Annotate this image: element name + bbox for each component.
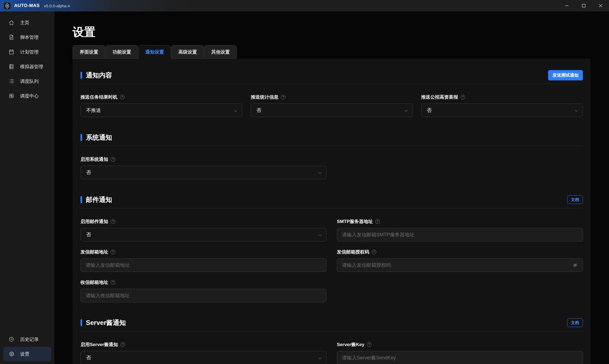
help-icon[interactable]: ? <box>372 250 376 254</box>
sidebar-item-emulators[interactable]: 模拟器管理 <box>3 59 51 74</box>
sidebar-item-dispatch[interactable]: 调度中心 <box>3 89 51 103</box>
main-content: 设置 界面设置 功能设置 通知设置 高级设置 其他设置 通知内容 发送测试通知 <box>54 11 609 364</box>
sender-email-input[interactable] <box>86 262 321 268</box>
select-value: 否 <box>86 354 91 361</box>
toggle-password-visibility-button[interactable] <box>573 263 578 268</box>
serverchan-docs-button[interactable]: 文档 <box>567 318 583 327</box>
help-icon[interactable]: ? <box>375 219 380 224</box>
select-value: 不推送 <box>86 107 101 114</box>
select-value: 否 <box>86 169 91 176</box>
sidebar-item-plans[interactable]: 计划管理 <box>3 45 51 59</box>
email-docs-button[interactable]: 文档 <box>567 195 583 204</box>
chevron-down-icon <box>404 108 408 112</box>
section-title: 系统通知 <box>86 133 112 142</box>
send-test-notification-button[interactable]: 发送测试通知 <box>548 70 583 80</box>
eye-off-icon <box>573 263 578 268</box>
section-accent-bar <box>80 319 82 326</box>
push-statistics-select[interactable]: 否 <box>251 103 412 117</box>
sidebar-item-settings[interactable]: 设置 <box>3 347 51 361</box>
window-controls <box>558 0 609 11</box>
tab-notification-settings[interactable]: 通知设置 <box>138 45 171 59</box>
script-icon <box>8 34 14 40</box>
field-sender-auth-code: 发信邮箱授权码 ? <box>337 249 583 272</box>
close-button[interactable] <box>592 0 609 11</box>
calendar-icon <box>8 49 14 55</box>
field-push-task-result-timing: 推送任务结果时机 ? 不推送 <box>80 94 242 117</box>
field-serverchan-key: Server酱Key ? <box>337 341 583 364</box>
tab-advanced-settings[interactable]: 高级设置 <box>171 45 204 59</box>
queue-icon <box>8 78 14 84</box>
maximize-button[interactable] <box>575 0 592 11</box>
history-icon <box>8 336 14 342</box>
field-label: 启用系统通知 <box>80 156 108 162</box>
section-title: 通知内容 <box>86 71 112 80</box>
sidebar-item-scripts[interactable]: 脚本管理 <box>3 30 51 44</box>
sidebar-item-history[interactable]: 历史记录 <box>3 332 51 346</box>
home-icon <box>8 20 14 26</box>
tab-function-settings[interactable]: 功能设置 <box>105 45 138 59</box>
close-icon <box>598 4 603 8</box>
field-push-recruit-report: 推送公招高资喜报 ? 否 <box>421 94 583 117</box>
sidebar-item-home[interactable]: 主页 <box>3 15 51 30</box>
field-label: 启用Server酱通知 <box>80 341 118 348</box>
sidebar-item-queue[interactable]: 调度队列 <box>3 74 51 88</box>
field-sender-email: 发信邮箱地址 ? <box>80 249 327 272</box>
sidebar-item-label: 历史记录 <box>20 336 39 343</box>
settings-tabs: 界面设置 功能设置 通知设置 高级设置 其他设置 <box>73 45 591 59</box>
enable-system-notify-select[interactable]: 否 <box>80 166 327 179</box>
sender-auth-code-input[interactable] <box>342 262 570 268</box>
section-title: 邮件通知 <box>86 195 112 204</box>
notification-settings-panel: 通知内容 发送测试通知 推送任务结果时机 ? 不推送 <box>73 59 591 364</box>
chevron-down-icon <box>575 108 578 112</box>
smtp-server-input[interactable] <box>342 232 578 238</box>
sidebar-item-label: 调度中心 <box>20 93 39 99</box>
minimize-button[interactable] <box>558 0 575 11</box>
section-divider <box>80 84 583 84</box>
sidebar-item-label: 计划管理 <box>20 49 39 55</box>
serverchan-key-input[interactable] <box>342 355 578 361</box>
help-icon[interactable]: ? <box>111 219 115 224</box>
section-notify-content: 通知内容 发送测试通知 推送任务结果时机 ? 不推送 <box>80 70 583 117</box>
field-label: 收信邮箱地址 <box>80 279 108 285</box>
select-value: 否 <box>86 231 91 238</box>
section-divider <box>80 146 583 146</box>
help-icon[interactable]: ? <box>120 342 125 347</box>
field-label: Server酱Key <box>337 341 364 348</box>
app-logo-icon <box>4 2 11 10</box>
section-email-notify: 邮件通知 文档 启用邮件通知 ? 否 <box>80 194 583 302</box>
field-enable-email-notify: 启用邮件通知 ? 否 <box>80 218 327 241</box>
help-icon[interactable]: ? <box>111 280 115 285</box>
dispatch-icon <box>8 93 14 99</box>
help-icon[interactable]: ? <box>111 250 115 254</box>
field-receiver-email: 收信邮箱地址 ? <box>80 279 327 302</box>
maximize-icon <box>582 4 586 8</box>
emulator-icon <box>8 64 14 70</box>
field-label: 启用邮件通知 <box>80 218 108 225</box>
field-enable-serverchan-notify: 启用Server酱通知 ? 否 <box>80 341 327 364</box>
minimize-icon <box>565 4 569 8</box>
tab-interface-settings[interactable]: 界面设置 <box>73 45 105 59</box>
select-value: 否 <box>427 107 432 114</box>
help-icon[interactable]: ? <box>111 157 115 162</box>
enable-serverchan-notify-select[interactable]: 否 <box>80 351 327 364</box>
receiver-email-input[interactable] <box>86 293 321 299</box>
field-smtp-server: SMTP服务器地址 ? <box>337 218 583 241</box>
sidebar-spacer <box>0 103 54 332</box>
enable-email-notify-select[interactable]: 否 <box>80 228 327 241</box>
sidebar-item-label: 调度队列 <box>20 78 39 84</box>
chevron-down-icon <box>318 170 322 174</box>
section-divider <box>80 208 583 208</box>
help-icon[interactable]: ? <box>120 95 125 99</box>
tab-other-settings[interactable]: 其他设置 <box>204 45 237 59</box>
section-accent-bar <box>80 196 82 203</box>
select-value: 否 <box>256 107 261 114</box>
push-task-result-timing-select[interactable]: 不推送 <box>80 103 242 117</box>
section-system-notify: 系统通知 启用系统通知 ? 否 <box>80 132 583 179</box>
sidebar: 主页 脚本管理 计划管理 模拟器管理 调度队列 调度中心 历史记录 <box>0 11 54 364</box>
push-recruit-report-select[interactable]: 否 <box>421 103 583 117</box>
help-icon[interactable]: ? <box>367 342 371 347</box>
sidebar-item-label: 模拟器管理 <box>20 64 43 70</box>
section-serverchan-notify: Server酱通知 文档 启用Server酱通知 ? 否 <box>80 318 583 364</box>
help-icon[interactable]: ? <box>461 95 465 99</box>
help-icon[interactable]: ? <box>281 95 285 99</box>
